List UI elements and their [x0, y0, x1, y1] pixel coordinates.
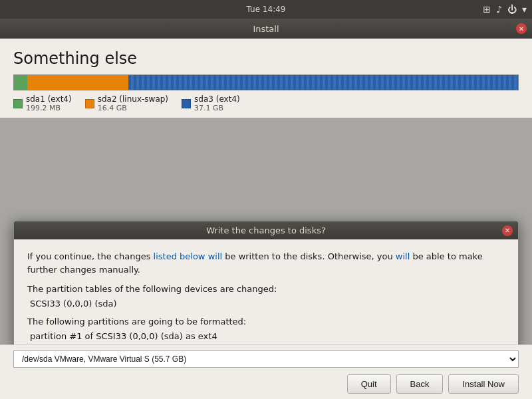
dialog-warning-text: If you continue, the changes listed belo…: [27, 250, 505, 276]
legend-sda3-size: 37.1 GB: [194, 104, 240, 112]
dialog-title: Write the changes to disks?: [206, 225, 326, 235]
device-selector: /dev/sda VMware, VMware Virtual S (55.7 …: [13, 350, 519, 368]
highlight-listed-below: listed below: [154, 251, 205, 261]
legend-sda3: sda3 (ext4) 37.1 GB: [182, 94, 240, 112]
legend-sda1-info: sda1 (ext4) 199.2 MB: [26, 94, 72, 112]
confirm-dialog: Write the changes to disks? ✕ If you con…: [13, 221, 519, 344]
legend-sda3-name: sda3 (ext4): [194, 94, 240, 104]
window-close-button[interactable]: ✕: [516, 23, 527, 34]
window-titlebar: Install ✕: [0, 19, 532, 39]
device-dropdown[interactable]: /dev/sda VMware, VMware Virtual S (55.7 …: [13, 350, 519, 368]
bottom-buttons: Quit Back Install Now: [13, 374, 519, 394]
content-area: Write the changes to disks? ✕ If you con…: [0, 118, 532, 344]
volume-icon[interactable]: ♪: [496, 4, 502, 15]
partition-sda1-bar: [14, 75, 27, 90]
partition-legend: sda1 (ext4) 199.2 MB sda2 (linux-swap) 1…: [13, 94, 519, 112]
highlight-will: will: [208, 251, 222, 261]
dialog-body: If you continue, the changes listed belo…: [14, 239, 518, 344]
system-titlebar: Tue 14:49 ⊞ ♪ ⏻ ▾: [0, 0, 532, 19]
partition-sda2-bar: [27, 75, 128, 90]
bottom-bar: /dev/sda VMware, VMware Virtual S (55.7 …: [0, 344, 532, 399]
legend-sda3-info: sda3 (ext4) 37.1 GB: [194, 94, 240, 112]
legend-sda2: sda2 (linux-swap) 16.4 GB: [85, 94, 168, 112]
legend-sda1-color: [13, 99, 23, 108]
legend-sda2-info: sda2 (linux-swap) 16.4 GB: [98, 94, 168, 112]
partition-tables-device: SCSI33 (0,0,0) (sda): [27, 297, 505, 311]
dialog-titlebar: Write the changes to disks? ✕: [14, 221, 518, 239]
legend-sda3-color: [182, 99, 191, 108]
dialog-close-button[interactable]: ✕: [502, 225, 513, 236]
partitions-formatted-heading: The following partitions are going to be…: [27, 315, 505, 329]
page-title: Something else: [0, 39, 532, 74]
window-title: Install: [253, 24, 279, 34]
partition-area: sda1 (ext4) 199.2 MB sda2 (linux-swap) 1…: [0, 74, 532, 118]
legend-sda1-name: sda1 (ext4): [26, 94, 72, 104]
quit-button[interactable]: Quit: [347, 374, 391, 394]
partition1-detail: partition #1 of SCSI33 (0,0,0) (sda) as …: [27, 330, 505, 343]
back-button[interactable]: Back: [396, 374, 444, 394]
install-now-button[interactable]: Install Now: [448, 374, 519, 394]
partition2-detail: partition #2 of SCSI33 (0,0,0) (sda) as …: [27, 344, 505, 344]
partition-tables-section: The partition tables of the following de…: [27, 283, 505, 310]
legend-sda1: sda1 (ext4) 199.2 MB: [13, 94, 72, 112]
legend-sda1-size: 199.2 MB: [26, 104, 72, 112]
highlight-will2: will: [396, 251, 410, 261]
titlebar-icons: ⊞ ♪ ⏻ ▾: [483, 4, 527, 15]
partition-bar: [13, 74, 519, 90]
legend-sda2-name: sda2 (linux-swap): [98, 94, 168, 104]
main-content: Something else sda1 (ext4) 199.2 MB: [0, 39, 532, 399]
dialog-overlay: Write the changes to disks? ✕ If you con…: [0, 118, 532, 344]
partition-tables-heading: The partition tables of the following de…: [27, 283, 505, 296]
legend-sda2-color: [85, 99, 94, 108]
chevron-down-icon[interactable]: ▾: [522, 4, 527, 15]
power-icon[interactable]: ⏻: [507, 4, 517, 15]
network-icon[interactable]: ⊞: [483, 4, 491, 15]
partitions-formatted-section: The following partitions are going to be…: [27, 315, 505, 344]
install-window: Install ✕ Something else sda1 (ext4) 199…: [0, 19, 532, 399]
system-time: Tue 14:49: [247, 5, 286, 14]
partition-sda3-bar: [128, 75, 518, 90]
legend-sda2-size: 16.4 GB: [98, 104, 168, 112]
